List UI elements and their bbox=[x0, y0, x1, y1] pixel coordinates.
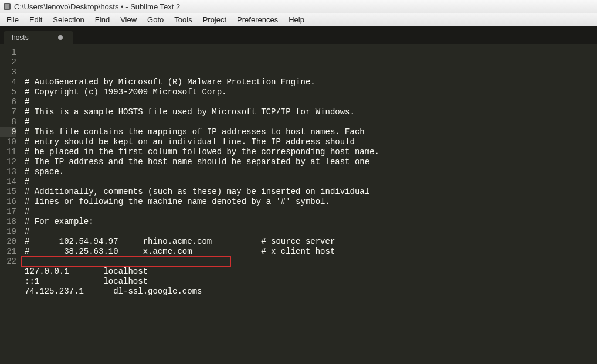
editor[interactable]: 12345678910111213141516171819202122 # Au… bbox=[0, 44, 597, 364]
tab-hosts[interactable]: hosts bbox=[4, 31, 73, 44]
line-number: 16 bbox=[0, 197, 16, 207]
code-area[interactable]: # AutoGenerated by Microsoft (R) Malware… bbox=[21, 44, 597, 364]
line-number: 13 bbox=[0, 167, 16, 177]
code-line: ::1 localhost bbox=[25, 277, 597, 287]
line-number: 5 bbox=[0, 87, 16, 97]
menu-file[interactable]: File bbox=[1, 14, 24, 25]
titlebar-text: C:\Users\lenovo\Desktop\hosts • - Sublim… bbox=[14, 2, 180, 11]
tab-label: hosts bbox=[12, 33, 29, 42]
menu-goto[interactable]: Goto bbox=[142, 14, 169, 25]
line-number: 9 bbox=[0, 127, 16, 137]
code-line: # be placed in the first column followed… bbox=[25, 147, 597, 157]
line-number: 2 bbox=[0, 57, 16, 67]
code-line: # bbox=[25, 177, 597, 187]
line-number: 11 bbox=[0, 147, 16, 157]
tabbar: hosts bbox=[0, 26, 597, 44]
line-number: 7 bbox=[0, 107, 16, 117]
line-number: 21 bbox=[0, 247, 16, 257]
menu-project[interactable]: Project bbox=[198, 14, 232, 25]
line-number: 10 bbox=[0, 137, 16, 147]
code-line: 74.125.237.1 dl-ssl.google.coms bbox=[25, 287, 597, 297]
line-number: 18 bbox=[0, 217, 16, 227]
code-line: # bbox=[25, 227, 597, 237]
line-number: 3 bbox=[0, 67, 16, 77]
code-line: # entry should be kept on an individual … bbox=[25, 137, 597, 147]
code-line: # The IP address and the host name shoul… bbox=[25, 157, 597, 167]
line-number: 14 bbox=[0, 177, 16, 187]
dirty-indicator-icon bbox=[58, 35, 63, 40]
code-line: # For example: bbox=[25, 217, 597, 227]
code-line: # 102.54.94.97 rhino.acme.com # source s… bbox=[25, 237, 597, 247]
code-line bbox=[25, 257, 597, 267]
app-icon bbox=[2, 2, 12, 11]
menu-tools[interactable]: Tools bbox=[169, 14, 197, 25]
line-number: 15 bbox=[0, 187, 16, 197]
code-line: 127.0.0.1 localhost bbox=[25, 267, 597, 277]
menu-help[interactable]: Help bbox=[283, 14, 310, 25]
line-number: 8 bbox=[0, 117, 16, 127]
menu-selection[interactable]: Selection bbox=[48, 14, 89, 25]
code-line: # bbox=[25, 207, 597, 217]
line-number: 19 bbox=[0, 227, 16, 237]
code-line: # 38.25.63.10 x.acme.com # x client host bbox=[25, 247, 597, 257]
code-line: # space. bbox=[25, 167, 597, 177]
line-number: 4 bbox=[0, 77, 16, 87]
code-line: # bbox=[25, 97, 597, 107]
code-line: # bbox=[25, 117, 597, 127]
menu-view[interactable]: View bbox=[115, 14, 142, 25]
titlebar: C:\Users\lenovo\Desktop\hosts • - Sublim… bbox=[0, 0, 597, 13]
line-number: 22 bbox=[0, 257, 16, 267]
code-line: # This file contains the mappings of IP … bbox=[25, 127, 597, 137]
line-number: 6 bbox=[0, 97, 16, 107]
code-line: # Additionally, comments (such as these)… bbox=[25, 187, 597, 197]
menubar: File Edit Selection Find View Goto Tools… bbox=[0, 13, 597, 26]
line-number: 1 bbox=[0, 47, 16, 57]
gutter: 12345678910111213141516171819202122 bbox=[0, 44, 21, 364]
line-number: 12 bbox=[0, 157, 16, 167]
code-line: # Copyright (c) 1993-2009 Microsoft Corp… bbox=[25, 87, 597, 97]
line-number: 17 bbox=[0, 207, 16, 217]
menu-edit[interactable]: Edit bbox=[24, 14, 48, 25]
code-line: # lines or following the machine name de… bbox=[25, 197, 597, 207]
line-number: 20 bbox=[0, 237, 16, 247]
svg-rect-1 bbox=[5, 4, 9, 9]
menu-find[interactable]: Find bbox=[90, 14, 115, 25]
code-line: # This is a sample HOSTS file used by Mi… bbox=[25, 107, 597, 117]
code-line: # AutoGenerated by Microsoft (R) Malware… bbox=[25, 77, 597, 87]
menu-preferences[interactable]: Preferences bbox=[232, 14, 283, 25]
